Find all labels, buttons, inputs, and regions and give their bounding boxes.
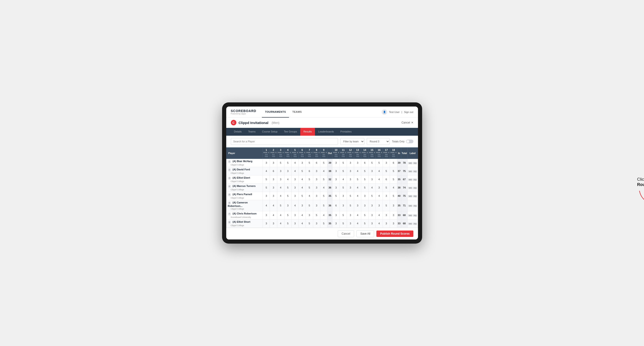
hole-13-score[interactable]: 4: [354, 219, 361, 227]
hole-10-score[interactable]: 3: [332, 175, 340, 183]
hole-2-score[interactable]: 3: [270, 159, 277, 167]
hole-8-score[interactable]: 3: [313, 219, 320, 227]
hole-14-score[interactable]: 5: [361, 175, 368, 183]
hole-6-score[interactable]: 4: [299, 219, 306, 227]
round-select[interactable]: Round 3: [367, 138, 390, 145]
dq-badge[interactable]: DQ: [413, 222, 417, 225]
hole-1-score[interactable]: 3: [263, 219, 270, 227]
hole-6-score[interactable]: 3: [299, 159, 306, 167]
hole-11-score[interactable]: 5: [340, 167, 347, 175]
wd-badge[interactable]: WD: [408, 187, 412, 189]
hole-6-score[interactable]: 4: [299, 175, 306, 183]
hole-16-score[interactable]: 4: [376, 175, 382, 183]
hole-6-score[interactable]: 3: [299, 200, 306, 211]
hole-2-score[interactable]: 3: [270, 183, 277, 192]
hole-2-score[interactable]: 4: [270, 200, 277, 211]
hole-12-score[interactable]: 3: [347, 159, 354, 167]
hole-3-score[interactable]: 4: [277, 219, 284, 227]
hole-4-score[interactable]: 5: [284, 211, 291, 219]
dq-badge[interactable]: DQ: [413, 178, 417, 181]
save-all-button[interactable]: Save All: [356, 230, 374, 237]
hole-7-score[interactable]: 4: [306, 192, 313, 200]
hole-12-score[interactable]: 3: [347, 175, 354, 183]
hole-17-score[interactable]: 3: [383, 211, 390, 219]
hole-17-score[interactable]: 3: [383, 159, 390, 167]
hole-5-score[interactable]: 4: [292, 167, 299, 175]
dq-badge[interactable]: DQ: [413, 195, 417, 197]
hole-14-score[interactable]: 5: [361, 219, 368, 227]
hole-1-score[interactable]: 4: [263, 167, 270, 175]
hole-8-score[interactable]: 3: [313, 183, 320, 192]
hole-1-score[interactable]: 4: [263, 200, 270, 211]
hole-18-score[interactable]: 3: [390, 211, 397, 219]
hole-12-score[interactable]: 5: [347, 200, 354, 211]
hole-8-score[interactable]: 3: [313, 167, 320, 175]
dq-badge[interactable]: DQ: [413, 214, 417, 217]
hole-13-score[interactable]: 4: [354, 183, 361, 192]
hole-11-score[interactable]: 5: [340, 219, 347, 227]
hole-17-score[interactable]: 3: [383, 192, 390, 200]
hole-10-score[interactable]: 3: [332, 167, 340, 175]
hole-2-score[interactable]: 3: [270, 219, 277, 227]
wd-badge[interactable]: WD: [408, 195, 412, 197]
hole-12-score[interactable]: 3: [347, 183, 354, 192]
hole-14-score[interactable]: 6: [361, 159, 368, 167]
hole-8-score[interactable]: 3: [313, 200, 320, 211]
hole-9-score[interactable]: 5: [320, 200, 327, 211]
hole-14-score[interactable]: 3: [361, 200, 368, 211]
hole-13-score[interactable]: 4: [354, 192, 361, 200]
wd-badge[interactable]: WD: [408, 178, 412, 181]
hole-11-score[interactable]: 3: [340, 192, 347, 200]
hole-11-score[interactable]: 5: [340, 159, 347, 167]
tab-course-setup[interactable]: Course Setup: [259, 128, 281, 136]
hole-10-score[interactable]: 3: [332, 183, 340, 192]
hole-10-score[interactable]: 5: [332, 192, 340, 200]
hole-3-score[interactable]: 4: [277, 183, 284, 192]
hole-15-score[interactable]: 3: [368, 200, 376, 211]
hole-3-score[interactable]: 5: [277, 200, 284, 211]
tab-printables[interactable]: Printables: [337, 128, 355, 136]
hole-14-score[interactable]: 5: [361, 183, 368, 192]
hole-5-score[interactable]: 4: [292, 159, 299, 167]
hole-8-score[interactable]: 6: [313, 159, 320, 167]
totals-toggle-switch[interactable]: [406, 140, 414, 143]
hole-1-score[interactable]: 3: [263, 211, 270, 219]
hole-1-score[interactable]: 3: [263, 192, 270, 200]
tab-details[interactable]: Details: [231, 128, 245, 136]
hole-10-score[interactable]: 3: [332, 211, 340, 219]
hole-7-score[interactable]: 5: [306, 219, 313, 227]
tab-results[interactable]: Results: [300, 128, 315, 136]
hole-16-score[interactable]: 3: [376, 183, 382, 192]
hole-11-score[interactable]: 5: [340, 211, 347, 219]
hole-3-score[interactable]: 3: [277, 167, 284, 175]
hole-4-score[interactable]: 5: [284, 219, 291, 227]
hole-5-score[interactable]: 3: [292, 183, 299, 192]
hole-7-score[interactable]: 5: [306, 200, 313, 211]
hole-8-score[interactable]: 3: [313, 192, 320, 200]
hole-18-score[interactable]: 5: [390, 175, 397, 183]
hole-4-score[interactable]: 4: [284, 175, 291, 183]
hole-13-score[interactable]: 3: [354, 159, 361, 167]
wd-badge[interactable]: WD: [408, 162, 412, 165]
hole-14-score[interactable]: 5: [361, 211, 368, 219]
hole-9-score[interactable]: 5: [320, 175, 327, 183]
hole-12-score[interactable]: 3: [347, 219, 354, 227]
hole-3-score[interactable]: 4: [277, 211, 284, 219]
hole-18-score[interactable]: 6: [390, 159, 397, 167]
hole-13-score[interactable]: 4: [354, 167, 361, 175]
hole-16-score[interactable]: 4: [376, 192, 382, 200]
dq-badge[interactable]: DQ: [413, 187, 417, 189]
hole-10-score[interactable]: 3: [332, 219, 340, 227]
hole-11-score[interactable]: 3: [340, 200, 347, 211]
hole-15-score[interactable]: 3: [368, 219, 376, 227]
hole-8-score[interactable]: 3: [313, 175, 320, 183]
hole-18-score[interactable]: 3: [390, 200, 397, 211]
hole-3-score[interactable]: 3: [277, 175, 284, 183]
hole-13-score[interactable]: 4: [354, 211, 361, 219]
hole-18-score[interactable]: 5: [390, 192, 397, 200]
dq-badge[interactable]: DQ: [413, 204, 417, 207]
wd-badge[interactable]: WD: [408, 204, 412, 207]
hole-4-score[interactable]: 5: [284, 159, 291, 167]
hole-15-score[interactable]: 5: [368, 192, 376, 200]
hole-7-score[interactable]: 3: [306, 211, 313, 219]
